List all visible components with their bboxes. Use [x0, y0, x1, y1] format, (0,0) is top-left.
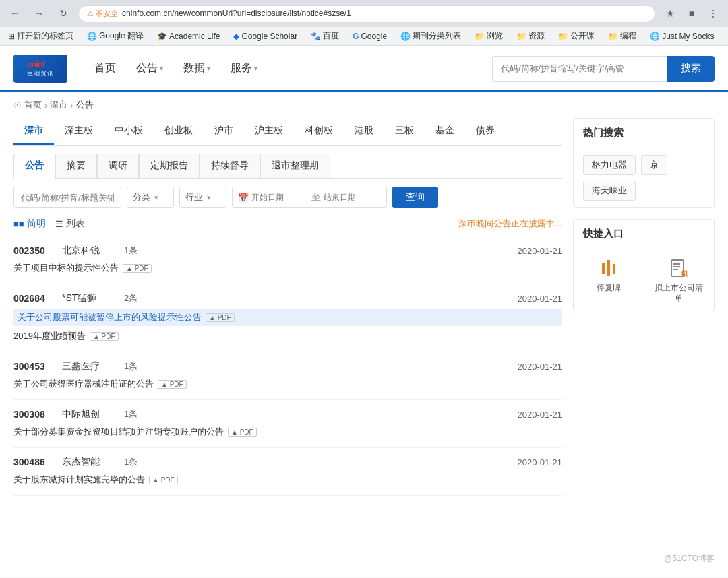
start-date-input[interactable] — [251, 193, 309, 202]
announcement-link-002684-0[interactable]: 关于公司股票可能被暂停上市的风险提示性公告 ▲ PDF — [13, 309, 562, 326]
market-tab-shenzhen-main[interactable]: 深主板 — [54, 118, 104, 145]
bookmark-google[interactable]: G Google — [350, 30, 390, 42]
reload-button[interactable]: ↻ — [54, 4, 73, 23]
market-tab-shenzhen[interactable]: 深市 — [13, 118, 54, 145]
count-badge-002350: 1条 — [124, 245, 151, 257]
list-view-icon: ☰ — [55, 219, 63, 229]
view-toggle: ■■ 简明 ☰ 列表 深市晚间公告正在披露中... — [13, 218, 562, 230]
simple-view-label: 简明 — [27, 218, 46, 230]
sub-tab-announcement[interactable]: 公告 — [13, 154, 55, 179]
sub-tabs: 公告 摘要 调研 定期报告 持续督导 退市整理期 — [13, 154, 562, 179]
market-tab-shanghai-main[interactable]: 沪主板 — [244, 118, 294, 145]
bookmark-resources[interactable]: 📁 资源 — [514, 29, 547, 43]
bookmark-programming[interactable]: 📁 编程 — [605, 29, 639, 43]
announcement-title-002684-1: 2019年度业绩预告 — [13, 330, 86, 342]
bookmark-google-scholar[interactable]: ◆ Google Scholar — [231, 30, 300, 42]
menu-button[interactable]: ⋮ — [704, 4, 723, 23]
quick-access-section: 快捷入口 停复牌 — [573, 219, 715, 311]
bookmark-baidu-label: 百度 — [323, 30, 339, 42]
hot-tag-geli[interactable]: 格力电器 — [583, 155, 636, 175]
header-search: 搜索 — [492, 56, 715, 82]
market-tab-bond[interactable]: 债券 — [465, 118, 506, 145]
sub-tab-supervision[interactable]: 持续督导 — [200, 154, 260, 178]
announcement-header-300486: 300486 东杰智能 1条 2020-01-21 — [13, 456, 562, 468]
pdf-badge-002684-1: ▲ PDF — [90, 332, 119, 341]
hot-search-section: 热门搜索 格力电器 京 海天味业 — [573, 118, 715, 208]
breadcrumb-sep2: › — [70, 100, 73, 110]
breadcrumb-home[interactable]: 首页 — [24, 99, 42, 111]
breadcrumb: ☉ 首页 › 深市 › 公告 — [0, 92, 728, 118]
forward-button[interactable]: → — [30, 4, 49, 23]
market-tab-three-board[interactable]: 三板 — [384, 118, 425, 145]
bookmark-button[interactable]: ★ — [661, 4, 679, 23]
bookmark-baidu[interactable]: 🐾 百度 — [308, 29, 342, 43]
nav-home[interactable]: 首页 — [94, 61, 116, 75]
stop-resume-label: 停复牌 — [597, 283, 621, 294]
sub-tab-delisting[interactable]: 退市整理期 — [260, 154, 330, 178]
bookmark-google-translate[interactable]: 🌐 Google 翻译 — [84, 29, 146, 43]
hot-tag-jing[interactable]: 京 — [641, 155, 667, 175]
announcement-item-002684: 002684 *ST猛狮 2条 2020-01-21 关于公司股票可能被暂停上市… — [13, 284, 562, 352]
nav-announcement-label: 公告 — [136, 61, 158, 75]
bookmark-opencourse[interactable]: 📁 公开课 — [555, 29, 597, 43]
market-tab-sme[interactable]: 中小板 — [104, 118, 154, 145]
announcement-link-300486-0[interactable]: 关于股东减持计划实施完毕的公告 ▲ PDF — [13, 472, 562, 487]
view-simple[interactable]: ■■ 简明 — [13, 218, 46, 230]
sub-tab-periodic[interactable]: 定期报告 — [139, 154, 200, 178]
market-tab-star[interactable]: 科创板 — [294, 118, 344, 145]
stock-name-300486: 东杰智能 — [62, 456, 116, 468]
announcement-title-300453-0: 关于公司获得医疗器械注册证的公告 — [13, 378, 154, 390]
back-button[interactable]: ← — [5, 4, 24, 23]
market-tabs: 深市 深主板 中小板 创业板 沪市 沪主板 科创板 港股 三板 基金 债券 — [13, 118, 562, 146]
market-tab-fund[interactable]: 基金 — [425, 118, 465, 145]
end-date-input[interactable] — [324, 193, 381, 202]
content-wrapper: 深市 深主板 中小板 创业板 沪市 沪主板 科创板 港股 三板 基金 债券 公告… — [0, 118, 728, 509]
filter-category[interactable]: 分类 ▾ — [127, 187, 174, 208]
announcement-link-300308-0[interactable]: 关于部分募集资金投资项目结项并注销专项账户的公告 ▲ PDF — [13, 424, 562, 439]
market-tab-hk[interactable]: 港股 — [344, 118, 384, 145]
scholar-icon: ◆ — [233, 32, 239, 41]
insecure-icon: ⚠ 不安全 — [87, 9, 118, 19]
announcement-link-002684-1[interactable]: 2019年度业绩预告 ▲ PDF — [13, 329, 562, 344]
stop-resume-icon — [597, 256, 621, 280]
nav-data-arrow: ▾ — [207, 65, 210, 72]
bookmark-opencourse-label: 公开课 — [570, 30, 595, 42]
bookmark-journal[interactable]: 🌐 期刊分类列表 — [398, 29, 464, 43]
bookmark-browse[interactable]: 📁 浏览 — [472, 29, 506, 43]
date-002684: 2020-01-21 — [518, 294, 563, 304]
search-button[interactable]: 搜索 — [667, 56, 715, 82]
nav-service[interactable]: 服务 ▾ — [231, 61, 257, 75]
view-list[interactable]: ☰ 列表 — [55, 218, 85, 230]
search-input[interactable] — [492, 56, 667, 82]
nav-announcement[interactable]: 公告 ▾ — [136, 61, 163, 75]
quick-item-stop-resume[interactable]: 停复牌 — [574, 249, 644, 311]
filter-industry[interactable]: 行业 ▾ — [179, 187, 226, 208]
pdf-badge-002684-0: ▲ PDF — [206, 313, 235, 322]
hot-search-title: 热门搜索 — [574, 119, 714, 148]
quick-item-ipo[interactable]: 拟 拟上市公司清单 — [644, 249, 714, 311]
browse-icon: 📁 — [475, 32, 485, 41]
bookmark-justsocks-label: Just My Socks — [662, 32, 714, 41]
ipo-icon: 拟 — [667, 256, 691, 280]
new-tab-icon: ⊞ — [8, 32, 15, 41]
filter-code-input[interactable] — [13, 187, 121, 208]
announcement-link-002350-0[interactable]: 关于项目中标的提示性公告 ▲ PDF — [13, 261, 562, 276]
breadcrumb-market[interactable]: 深市 — [50, 99, 67, 111]
nav-data[interactable]: 数据 ▾ — [183, 61, 210, 75]
sub-tab-research[interactable]: 调研 — [97, 154, 139, 178]
market-tab-shanghai[interactable]: 沪市 — [204, 118, 244, 145]
logo[interactable]: cninf 巨潮资讯 — [13, 55, 67, 83]
extension-button[interactable]: ■ — [682, 4, 701, 23]
hot-tag-haitian[interactable]: 海天味业 — [583, 181, 636, 201]
address-bar[interactable]: ⚠ 不安全 cninfo.com.cn/new/commonUrl?url=di… — [78, 5, 655, 22]
bookmark-academic-life[interactable]: 🎓 Academic Life — [154, 30, 222, 42]
bookmark-justsocks[interactable]: 🌐 Just My Socks — [647, 30, 717, 42]
query-button[interactable]: 查询 — [392, 187, 438, 208]
sub-tab-summary[interactable]: 摘要 — [55, 154, 97, 178]
night-notice[interactable]: 深市晚间公告正在披露中... — [458, 218, 562, 230]
bookmark-new-tab[interactable]: ⊞ 打开新的标签页 — [5, 29, 76, 43]
market-tab-chinext[interactable]: 创业板 — [154, 118, 204, 145]
announcement-link-300453-0[interactable]: 关于公司获得医疗器械注册证的公告 ▲ PDF — [13, 377, 562, 391]
count-badge-300486: 1条 — [124, 456, 151, 468]
svg-rect-4 — [673, 263, 680, 265]
